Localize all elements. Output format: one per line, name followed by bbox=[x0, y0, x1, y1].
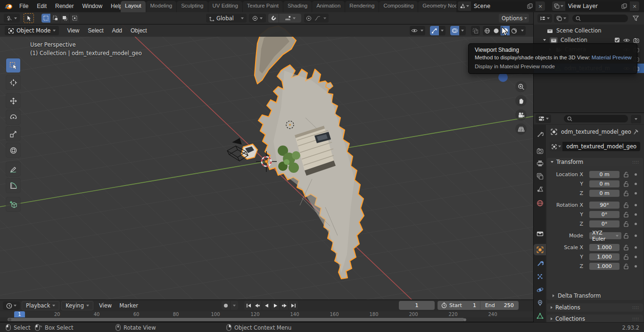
value-field[interactable]: 0 m bbox=[589, 190, 619, 197]
animate-decorator-dot[interactable] bbox=[635, 204, 637, 206]
options-button[interactable]: Options bbox=[499, 14, 529, 23]
transform-orientation-select[interactable]: Global bbox=[206, 14, 247, 23]
outliner-filter-mode[interactable] bbox=[554, 14, 569, 23]
tab-physics[interactable] bbox=[534, 284, 546, 295]
new-scene-icon[interactable] bbox=[527, 3, 533, 9]
workspace-tab-texture-paint[interactable]: Texture Paint bbox=[243, 1, 283, 12]
tool-add-cube[interactable] bbox=[6, 197, 20, 211]
select-mode-set-button[interactable] bbox=[41, 14, 51, 23]
workspace-tab-rendering[interactable]: Rendering bbox=[345, 1, 379, 12]
select-mode-invert-button[interactable] bbox=[70, 14, 79, 23]
timeline-menu-playback[interactable]: Playback bbox=[22, 301, 59, 310]
timeline-ruler[interactable]: 1 20406080100120140160180200220240 bbox=[0, 311, 533, 317]
workspace-tab-uv-editing[interactable]: UV Editing bbox=[208, 1, 242, 12]
pivot-point-select[interactable] bbox=[249, 14, 266, 23]
lock-open-icon[interactable] bbox=[623, 254, 629, 260]
3d-model-odm-textured[interactable] bbox=[241, 26, 364, 279]
gizmos-toggle[interactable] bbox=[430, 26, 446, 35]
animate-decorator-dot[interactable] bbox=[635, 183, 637, 185]
nav-gizmo-axis-ball[interactable] bbox=[498, 73, 508, 82]
scrollbar-zoom-handle[interactable] bbox=[8, 318, 11, 321]
lock-open-icon[interactable] bbox=[623, 263, 629, 269]
xray-toggle[interactable] bbox=[471, 26, 480, 35]
proportional-edit-icon[interactable] bbox=[306, 16, 312, 21]
animate-decorator-dot[interactable] bbox=[635, 256, 637, 258]
animate-decorator-dot[interactable] bbox=[635, 265, 637, 267]
animate-decorator-dot[interactable] bbox=[635, 213, 637, 216]
scene-name-field[interactable]: Scene bbox=[471, 1, 535, 11]
delta-transform-subpanel[interactable]: Delta Transform bbox=[553, 292, 601, 299]
frame-start-field[interactable]: Start 1 bbox=[438, 301, 480, 310]
shading-dropdown[interactable] bbox=[519, 26, 526, 35]
menu-render[interactable]: Render bbox=[51, 1, 78, 11]
scene-icon[interactable] bbox=[458, 1, 471, 11]
new-view-layer-icon[interactable] bbox=[621, 3, 627, 9]
menu-file[interactable]: File bbox=[15, 1, 33, 11]
tab-object-data[interactable] bbox=[534, 310, 546, 322]
lock-open-icon[interactable] bbox=[623, 171, 629, 178]
zoom-button[interactable] bbox=[515, 81, 527, 92]
menu-edit[interactable]: Edit bbox=[33, 1, 51, 11]
viewport-menu-add[interactable]: Add bbox=[108, 26, 126, 35]
viewport-menu-select[interactable]: Select bbox=[83, 26, 107, 35]
tab-modifiers[interactable] bbox=[534, 258, 546, 269]
properties-options-button[interactable] bbox=[631, 115, 641, 123]
outliner-search-input[interactable] bbox=[572, 15, 628, 22]
next-keyframe-button[interactable] bbox=[280, 301, 289, 310]
tab-particles[interactable] bbox=[534, 271, 546, 282]
object-name-value[interactable]: odm_textured_model_geo bbox=[562, 142, 640, 151]
tab-output[interactable] bbox=[534, 158, 546, 169]
viewport-menu-view[interactable]: View bbox=[63, 26, 83, 35]
tab-scene[interactable] bbox=[534, 184, 546, 195]
jump-to-start-button[interactable] bbox=[244, 301, 253, 310]
tool-measure[interactable] bbox=[6, 178, 20, 193]
remove-view-layer-button[interactable]: × bbox=[630, 1, 639, 11]
object-name-field[interactable]: odm_textured_model_geo bbox=[550, 142, 640, 151]
render-camera-icon[interactable] bbox=[633, 38, 639, 43]
filter-icon[interactable] bbox=[633, 16, 639, 21]
timeline-menu-view[interactable]: View bbox=[95, 301, 116, 310]
value-field[interactable]: 1.000 bbox=[589, 253, 619, 260]
menu-window[interactable]: Window bbox=[78, 1, 107, 11]
play-button[interactable] bbox=[271, 301, 280, 310]
value-field[interactable]: 0° bbox=[589, 211, 619, 218]
workspace-tab-animation[interactable]: Animation bbox=[312, 1, 345, 12]
workspace-tab-compositing[interactable]: Compositing bbox=[379, 1, 418, 12]
panel-drag-handle[interactable]: :::: bbox=[632, 317, 639, 321]
viewport-canvas[interactable] bbox=[0, 24, 533, 300]
tool-annotate[interactable] bbox=[6, 162, 20, 176]
frame-end-field[interactable]: End 250 bbox=[480, 301, 519, 310]
tool-select-box[interactable] bbox=[6, 58, 20, 73]
animate-decorator-dot[interactable] bbox=[635, 246, 637, 249]
visibility-dropdown[interactable] bbox=[410, 26, 425, 35]
value-field[interactable]: 1.000 bbox=[589, 244, 619, 251]
view-layer-name-field[interactable]: View Layer bbox=[565, 1, 629, 11]
mode-select[interactable]: Object Mode bbox=[5, 26, 59, 35]
value-field[interactable]: 0° bbox=[589, 220, 619, 227]
value-field[interactable]: 0 m bbox=[589, 180, 619, 187]
shading-rendered-button[interactable] bbox=[510, 26, 519, 35]
shading-solid-button[interactable] bbox=[492, 26, 501, 35]
tab-view-layer[interactable] bbox=[534, 170, 546, 182]
tab-constraints[interactable] bbox=[534, 297, 546, 308]
tab-tool[interactable] bbox=[534, 129, 546, 140]
transform-panel-header[interactable]: Transform :::: bbox=[547, 158, 643, 166]
lock-open-icon[interactable] bbox=[623, 190, 629, 196]
select-mode-subtract-button[interactable] bbox=[60, 14, 70, 23]
value-field[interactable]: 0 m bbox=[589, 171, 619, 178]
lock-open-icon[interactable] bbox=[623, 211, 629, 218]
tool-rotate[interactable] bbox=[6, 110, 20, 124]
tool-transform[interactable] bbox=[6, 143, 20, 157]
blender-logo-icon[interactable] bbox=[4, 2, 13, 10]
timeline-menu-marker[interactable]: Marker bbox=[116, 301, 142, 310]
falloff-curve-icon[interactable] bbox=[314, 16, 321, 21]
model-islet-1[interactable] bbox=[326, 82, 333, 89]
view-layer-icon[interactable] bbox=[552, 1, 565, 11]
animate-decorator-dot[interactable] bbox=[635, 192, 637, 194]
workspace-tab-shading[interactable]: Shading bbox=[283, 1, 312, 12]
pin-icon[interactable] bbox=[633, 129, 639, 135]
workspace-tab-sculpting[interactable]: Sculpting bbox=[177, 1, 207, 12]
snap-target-button[interactable] bbox=[279, 14, 301, 23]
mode-select[interactable]: XYZ Euler bbox=[589, 232, 621, 239]
lock-open-icon[interactable] bbox=[623, 233, 629, 239]
